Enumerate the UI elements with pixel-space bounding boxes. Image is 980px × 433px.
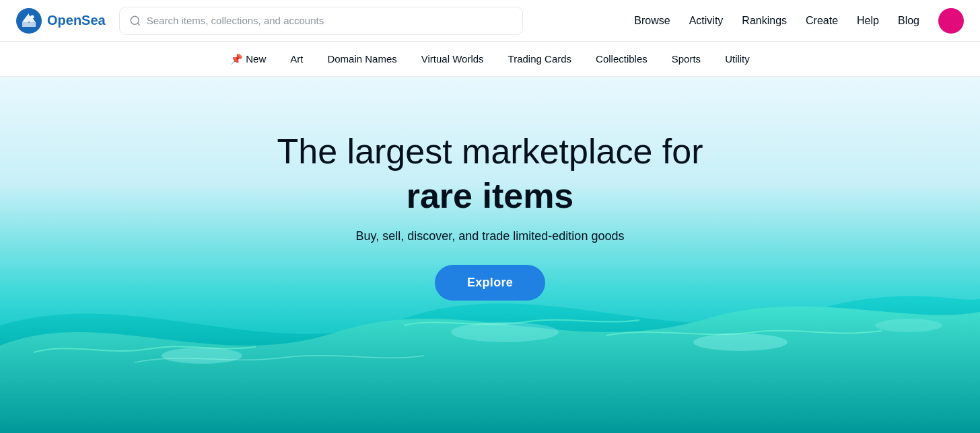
cat-domain-names[interactable]: Domain Names: [327, 53, 396, 65]
cat-trading-cards[interactable]: Trading Cards: [508, 53, 571, 65]
svg-point-2: [131, 16, 139, 24]
logo[interactable]: OpenSea: [16, 8, 106, 34]
logo-text: OpenSea: [47, 13, 106, 28]
hero-headline-bold: rare items: [407, 175, 574, 216]
cat-new[interactable]: 📌 New: [230, 53, 266, 65]
cat-utility[interactable]: Utility: [725, 53, 750, 65]
header: OpenSea Browse Activity Rankings Create …: [0, 0, 980, 42]
svg-point-4: [451, 322, 559, 342]
nav-help[interactable]: Help: [857, 15, 879, 27]
nav-create[interactable]: Create: [806, 15, 838, 27]
explore-button[interactable]: Explore: [435, 265, 545, 301]
opensea-logo-icon: [16, 8, 42, 34]
hero-subtitle: Buy, sell, discover, and trade limited-e…: [356, 229, 625, 243]
nav-rankings[interactable]: Rankings: [742, 15, 787, 27]
search-icon: [129, 15, 141, 27]
search-bar: [119, 7, 523, 35]
search-input[interactable]: [147, 15, 513, 26]
nav-browse[interactable]: Browse: [634, 15, 670, 27]
main-nav: Browse Activity Rankings Create Help Blo…: [634, 8, 964, 34]
svg-point-5: [693, 333, 788, 351]
category-nav: 📌 New Art Domain Names Virtual Worlds Tr…: [0, 42, 980, 77]
nav-blog[interactable]: Blog: [898, 15, 919, 27]
new-icon: 📌: [230, 53, 243, 65]
svg-point-1: [31, 15, 34, 18]
cat-virtual-worlds[interactable]: Virtual Worlds: [421, 53, 484, 65]
user-avatar[interactable]: [938, 8, 964, 34]
cat-collectibles[interactable]: Collectibles: [596, 53, 648, 65]
cat-sports[interactable]: Sports: [672, 53, 701, 65]
hero-headline: The largest marketplace for: [277, 130, 703, 172]
cat-art[interactable]: Art: [290, 53, 303, 65]
hero-section: The largest marketplace for rare items B…: [0, 77, 980, 433]
svg-point-3: [162, 348, 242, 364]
nav-activity[interactable]: Activity: [689, 15, 724, 27]
svg-point-6: [875, 319, 942, 332]
